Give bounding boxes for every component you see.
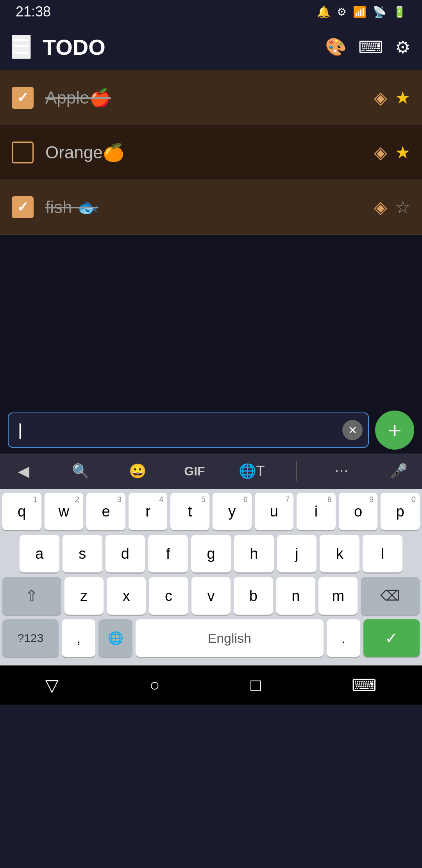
key-d[interactable]: d [106, 535, 145, 572]
translate-button[interactable]: 🌐T [236, 457, 267, 485]
nav-bar: ▽ ○ □ ⌨ [0, 665, 422, 705]
key-x[interactable]: x [107, 577, 146, 615]
highlight-button-orange[interactable]: ◈ [374, 142, 387, 162]
status-bar: 21:38 🔔 ⚙ 📶 📡 🔋 [0, 0, 422, 23]
nav-home-button[interactable]: ○ [149, 675, 160, 695]
empty-area [0, 235, 422, 407]
key-q[interactable]: 1q [2, 493, 41, 530]
num-hint-t: 5 [201, 495, 206, 504]
key-r[interactable]: 4r [129, 493, 168, 530]
status-icons: 🔔 ⚙ 📶 📡 🔋 [317, 5, 406, 18]
key-t[interactable]: 5t [170, 493, 209, 530]
checkbox-fish[interactable] [12, 196, 34, 218]
num-hint-q: 1 [33, 495, 38, 504]
key-p[interactable]: 0p [381, 493, 420, 530]
num-hint-e: 3 [117, 495, 122, 504]
key-num-toggle[interactable]: ?123 [2, 619, 59, 657]
gif-button[interactable]: GIF [179, 457, 210, 485]
nav-recent-button[interactable]: □ [250, 675, 261, 695]
menu-button[interactable]: ☰ [12, 35, 31, 59]
num-hint-o: 9 [369, 495, 374, 504]
kb-row-4: ?123 , 🌐 English . ✓ [2, 619, 420, 657]
more-button[interactable]: ⋯ [326, 457, 357, 485]
todo-item-apple: Apple🍎 ◈ ★ [0, 70, 422, 125]
num-hint-p: 0 [411, 495, 416, 504]
todo-input[interactable] [8, 412, 369, 448]
star-button-fish[interactable]: ☆ [395, 197, 410, 217]
add-todo-button[interactable]: + [375, 411, 414, 450]
item-actions-orange: ◈ ★ [374, 142, 410, 162]
kb-row-1: 1q 2w 3e 4r 5t 6y 7u 8i 9o 0p [2, 493, 420, 530]
key-globe[interactable]: 🌐 [98, 619, 132, 657]
wifi-icon: 📡 [373, 5, 386, 18]
item-actions-fish: ◈ ☆ [374, 197, 410, 217]
star-button-apple[interactable]: ★ [395, 88, 410, 108]
key-shift[interactable]: ⇧ [2, 577, 61, 615]
key-c[interactable]: c [149, 577, 188, 615]
key-g[interactable]: g [191, 535, 231, 572]
key-e[interactable]: 3e [86, 493, 125, 530]
notification-icon: 🔔 [317, 5, 331, 18]
palette-button[interactable]: 🎨 [325, 37, 347, 57]
todo-item-fish: fish 🐟 ◈ ☆ [0, 180, 422, 235]
microphone-icon: 🎤 [390, 463, 408, 479]
num-hint-u: 7 [285, 495, 290, 504]
highlight-button-fish[interactable]: ◈ [374, 197, 387, 217]
checkbox-apple[interactable] [12, 87, 34, 109]
toolbar-icons: 🎨 ⌨ ⚙ [325, 37, 410, 57]
key-space[interactable]: English [136, 619, 324, 657]
input-wrapper: ✕ [8, 412, 369, 448]
key-l[interactable]: l [363, 535, 402, 572]
key-w[interactable]: 2w [45, 493, 84, 530]
todo-item-orange: Orange🍊 ◈ ★ [0, 125, 422, 180]
back-arrow-button[interactable]: ◀ [8, 457, 39, 485]
key-comma[interactable]: , [62, 619, 95, 657]
key-m[interactable]: m [318, 577, 358, 615]
todo-text-orange: Orange🍊 [45, 142, 374, 163]
kb-row-3: ⇧ z x c v b n m ⌫ [2, 577, 420, 615]
key-h[interactable]: h [234, 535, 274, 572]
key-n[interactable]: n [276, 577, 315, 615]
keyboard-toolbar-button[interactable]: ⌨ [358, 37, 383, 57]
key-o[interactable]: 9o [339, 493, 378, 530]
key-u[interactable]: 7u [255, 493, 294, 530]
key-b[interactable]: b [234, 577, 273, 615]
kb-separator [296, 461, 297, 481]
search-icon: 🔍 [72, 463, 89, 479]
key-y[interactable]: 6y [213, 493, 252, 530]
key-s[interactable]: s [63, 535, 102, 572]
battery-icon: 🔋 [393, 5, 406, 18]
search-keyboard-button[interactable]: 🔍 [65, 457, 96, 485]
status-time: 21:38 [16, 4, 51, 20]
nav-keyboard-button[interactable]: ⌨ [352, 675, 377, 695]
gif-icon: GIF [184, 464, 205, 479]
highlight-button-apple[interactable]: ◈ [374, 88, 387, 108]
nav-back-button[interactable]: ▽ [45, 675, 59, 695]
key-delete[interactable]: ⌫ [361, 577, 420, 615]
clear-input-button[interactable]: ✕ [342, 420, 363, 440]
checkbox-orange[interactable] [12, 142, 34, 163]
key-a[interactable]: a [20, 535, 59, 572]
voice-button[interactable]: 🎤 [383, 457, 414, 485]
todo-text-apple: Apple🍎 [45, 88, 374, 108]
todo-list: Apple🍎 ◈ ★ Orange🍊 ◈ ★ fish 🐟 ◈ ☆ [0, 70, 422, 235]
key-enter[interactable]: ✓ [363, 619, 420, 657]
key-z[interactable]: z [64, 577, 104, 615]
app-bar: ☰ TODO 🎨 ⌨ ⚙ [0, 23, 422, 70]
more-icon: ⋯ [334, 463, 349, 479]
key-f[interactable]: f [148, 535, 188, 572]
key-period[interactable]: . [327, 619, 360, 657]
key-v[interactable]: v [191, 577, 231, 615]
settings-button[interactable]: ⚙ [395, 37, 410, 57]
star-button-orange[interactable]: ★ [395, 142, 410, 162]
key-k[interactable]: k [320, 535, 359, 572]
key-j[interactable]: j [277, 535, 317, 572]
key-i[interactable]: 8i [297, 493, 336, 530]
num-hint-i: 8 [327, 495, 332, 504]
num-hint-y: 6 [243, 495, 247, 504]
settings-status-icon: ⚙ [337, 5, 347, 18]
sticker-button[interactable]: 😀 [122, 457, 153, 485]
num-hint-r: 4 [159, 495, 163, 504]
sticker-icon: 😀 [129, 463, 147, 479]
keyboard-topbar: ◀ 🔍 😀 GIF 🌐T ⋯ 🎤 [0, 454, 422, 489]
